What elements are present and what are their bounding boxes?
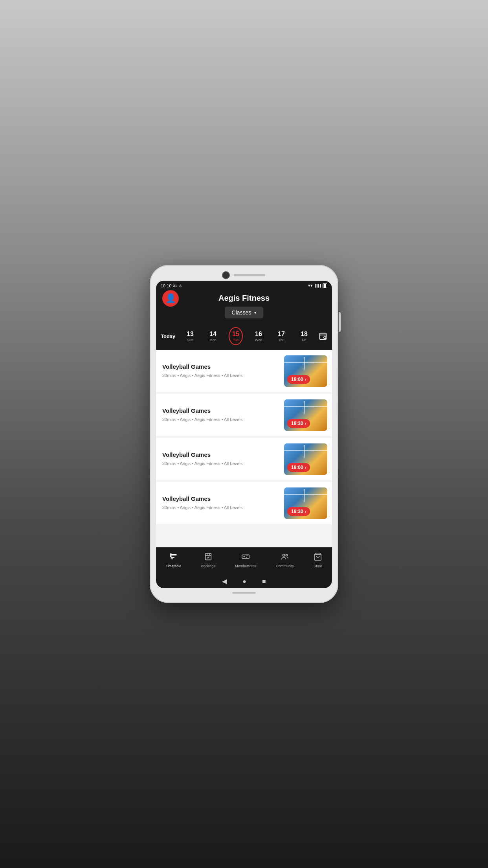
calendar-search-button[interactable] — [319, 332, 327, 340]
app-header: 👤 Aegis Fitness Classes ▾ — [156, 290, 332, 324]
home-button[interactable]: ● — [242, 578, 246, 585]
calendar-day-mon[interactable]: 14 Mon — [206, 328, 220, 344]
calendar-days: 13 Sun 14 Mon 15 Tue 16 Wed — [179, 327, 316, 345]
app-title: Aegis Fitness — [218, 294, 270, 303]
svg-rect-9 — [170, 555, 171, 557]
memberships-icon — [241, 552, 250, 563]
class-thumb-1[interactable]: 18:00 › — [284, 355, 327, 387]
class-info-4: Volleyball Games 30mins • Aegis • Aegis … — [162, 487, 279, 519]
day-num-17: 17 — [278, 330, 285, 338]
status-right: ▾▾ ▐▐▐ █ — [308, 283, 327, 288]
android-nav-bar: ◀ ● ■ — [156, 574, 332, 588]
today-label: Today — [161, 333, 177, 339]
phone-frame: 10:10 31 ⚠ ▾▾ ▐▐▐ █ 👤 Aegis Fitness Clas… — [150, 265, 338, 603]
side-button — [339, 312, 341, 332]
svg-rect-8 — [170, 554, 171, 555]
status-time: 10:10 — [161, 283, 172, 288]
status-bar: 10:10 31 ⚠ ▾▾ ▐▐▐ █ — [156, 281, 332, 290]
class-name-2: Volleyball Games — [162, 407, 279, 414]
phone-bottom-bar — [232, 592, 256, 594]
day-num-18: 18 — [301, 330, 308, 338]
arrow-icon-2: › — [305, 421, 306, 426]
nav-item-store[interactable]: Store — [310, 551, 326, 570]
calendar-day-tue[interactable]: 15 Tue — [229, 327, 243, 345]
bookings-icon — [204, 552, 213, 563]
status-left: 10:10 31 ⚠ — [161, 283, 182, 288]
day-name-tue: Tue — [233, 338, 238, 342]
class-card-1[interactable]: Volleyball Games 30mins • Aegis • Aegis … — [156, 350, 332, 393]
svg-point-12 — [283, 554, 285, 557]
calendar-day-thu[interactable]: 17 Thu — [274, 328, 288, 344]
chevron-down-icon: ▾ — [254, 311, 256, 315]
dropdown-label: Classes — [232, 309, 251, 316]
speaker — [234, 274, 265, 276]
class-meta-1: 30mins • Aegis • Aegis Fitness • All Lev… — [162, 372, 279, 379]
day-name-mon: Mon — [209, 338, 216, 342]
community-label: Community — [276, 564, 294, 568]
memberships-label: Memberships — [235, 564, 256, 568]
time-badge-3: 19:00 › — [287, 463, 310, 472]
day-num-13: 13 — [187, 330, 194, 338]
camera — [223, 272, 229, 278]
class-thumb-4[interactable]: 19:30 › — [284, 487, 327, 519]
day-name-sun: Sun — [187, 338, 193, 342]
avatar[interactable]: 👤 — [162, 290, 179, 307]
svg-point-2 — [324, 337, 326, 339]
calendar-day-fri[interactable]: 18 Fri — [297, 328, 311, 344]
time-value-1: 18:00 — [291, 377, 303, 382]
calendar-strip: Today 13 Sun 14 Mon 15 Tue — [156, 324, 332, 350]
calendar-day-sun[interactable]: 13 Sun — [183, 328, 197, 344]
time-badge-1: 18:00 › — [287, 375, 310, 384]
time-value-2: 18:30 — [291, 421, 303, 426]
svg-rect-10 — [205, 554, 211, 560]
nav-item-bookings[interactable]: Bookings — [197, 551, 219, 570]
day-num-16: 16 — [255, 330, 262, 338]
store-icon — [314, 552, 322, 563]
nav-item-memberships[interactable]: Memberships — [231, 551, 260, 570]
community-icon — [281, 552, 289, 563]
class-name-1: Volleyball Games — [162, 363, 279, 370]
phone-notch — [156, 272, 332, 278]
class-thumb-2[interactable]: 18:30 › — [284, 399, 327, 431]
svg-point-13 — [286, 554, 288, 556]
bookings-label: Bookings — [201, 564, 215, 568]
phone-screen: 10:10 31 ⚠ ▾▾ ▐▐▐ █ 👤 Aegis Fitness Clas… — [156, 281, 332, 588]
class-info-2: Volleyball Games 30mins • Aegis • Aegis … — [162, 399, 279, 431]
class-name-4: Volleyball Games — [162, 495, 279, 502]
recents-button[interactable]: ■ — [262, 578, 266, 585]
time-badge-4: 19:30 › — [287, 507, 310, 516]
time-badge-2: 18:30 › — [287, 419, 310, 428]
nav-item-timetable[interactable]: Timetable — [162, 551, 185, 570]
day-name-fri: Fri — [302, 338, 306, 342]
nav-item-community[interactable]: Community — [272, 551, 298, 570]
time-value-4: 19:30 — [291, 509, 303, 514]
class-thumb-3[interactable]: 19:00 › — [284, 443, 327, 475]
header-top: 👤 Aegis Fitness — [162, 294, 326, 303]
signal-icon: ▐▐▐ — [314, 284, 321, 287]
wifi-icon: ▾▾ — [308, 283, 313, 288]
arrow-icon-4: › — [305, 509, 306, 514]
class-info-3: Volleyball Games 30mins • Aegis • Aegis … — [162, 443, 279, 475]
class-card-3[interactable]: Volleyball Games 30mins • Aegis • Aegis … — [156, 438, 332, 481]
class-name-3: Volleyball Games — [162, 451, 279, 458]
class-card-4[interactable]: Volleyball Games 30mins • Aegis • Aegis … — [156, 482, 332, 525]
back-button[interactable]: ◀ — [222, 577, 227, 585]
store-label: Store — [314, 564, 322, 568]
user-icon: 👤 — [165, 293, 176, 303]
classes-dropdown[interactable]: Classes ▾ — [225, 307, 264, 318]
day-num-15: 15 — [232, 330, 239, 338]
bottom-nav: Timetable Bookings — [156, 547, 332, 574]
timetable-label: Timetable — [166, 564, 181, 568]
day-name-thu: Thu — [278, 338, 284, 342]
day-num-14: 14 — [209, 330, 216, 338]
class-info-1: Volleyball Games 30mins • Aegis • Aegis … — [162, 355, 279, 387]
warning-icon: ⚠ — [179, 284, 182, 288]
time-value-3: 19:00 — [291, 465, 303, 470]
battery-icon: █ — [323, 283, 327, 288]
calendar-day-wed[interactable]: 16 Wed — [251, 328, 266, 344]
timetable-icon — [169, 552, 178, 563]
day-name-wed: Wed — [255, 338, 262, 342]
content-area: Volleyball Games 30mins • Aegis • Aegis … — [156, 350, 332, 547]
class-card-2[interactable]: Volleyball Games 30mins • Aegis • Aegis … — [156, 394, 332, 437]
class-meta-3: 30mins • Aegis • Aegis Fitness • All Lev… — [162, 460, 279, 467]
